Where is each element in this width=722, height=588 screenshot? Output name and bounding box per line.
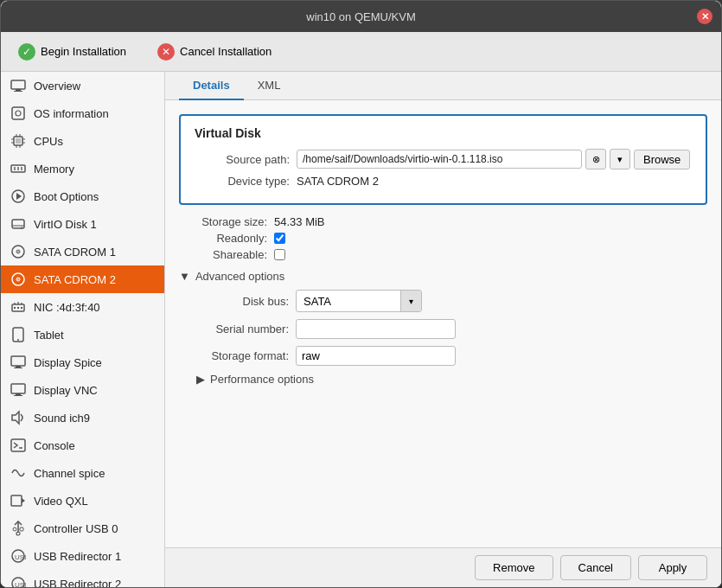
storage-format-row: Storage format: bbox=[179, 346, 707, 366]
source-path-input[interactable] bbox=[297, 150, 582, 169]
svg-rect-42 bbox=[11, 384, 25, 393]
performance-options-header[interactable]: ▶ Performance options bbox=[179, 373, 707, 386]
sidebar-item-virtio-disk1[interactable]: VirtIO Disk 1 bbox=[1, 210, 164, 238]
close-button[interactable]: ✕ bbox=[697, 9, 712, 24]
checkmark-icon: ✓ bbox=[18, 43, 35, 61]
sidebar-item-console[interactable]: Console bbox=[1, 431, 164, 459]
readonly-checkbox[interactable] bbox=[274, 233, 285, 244]
nic-icon bbox=[10, 298, 27, 316]
sidebar-label-usb-redirector2: USB Redirector 2 bbox=[34, 578, 121, 588]
sidebar-item-channel-spice[interactable]: Channel spice bbox=[1, 459, 164, 487]
sidebar-item-tablet[interactable]: Tablet bbox=[1, 321, 164, 348]
usb-redir2-icon: USB bbox=[10, 575, 27, 587]
storage-size-label: Storage size: bbox=[179, 215, 274, 228]
disk-bus-value: SATA bbox=[297, 292, 400, 310]
disk-bus-select[interactable]: SATA ▾ bbox=[296, 290, 422, 312]
svg-marker-45 bbox=[12, 412, 19, 424]
svg-rect-1 bbox=[16, 89, 21, 91]
source-path-label: Source path: bbox=[195, 153, 290, 166]
tablet-icon bbox=[10, 326, 27, 343]
source-path-input-row: ⊗ ▾ Browse bbox=[297, 149, 690, 169]
sidebar-label-sata-cdrom1: SATA CDROM 1 bbox=[34, 246, 116, 259]
serial-number-input[interactable] bbox=[296, 319, 456, 339]
disk-bus-row: Disk bus: SATA ▾ bbox=[179, 290, 707, 312]
advanced-options-header[interactable]: ▼ Advanced options bbox=[179, 270, 707, 283]
main-window: win10 on QEMU/KVM ✕ ✓ Begin Installation… bbox=[0, 0, 722, 588]
clear-path-button[interactable]: ⊗ bbox=[585, 149, 606, 169]
shareable-label: Shareable: bbox=[179, 248, 274, 261]
storage-size-value: 54.33 MiB bbox=[274, 215, 325, 228]
sidebar-item-sata-cdrom1[interactable]: SATA CDROM 1 bbox=[1, 238, 164, 265]
disk-bus-dropdown-arrow[interactable]: ▾ bbox=[400, 291, 421, 311]
sidebar-label-virtio-disk1: VirtIO Disk 1 bbox=[34, 218, 97, 231]
sidebar-item-controller-usb0[interactable]: Controller USB 0 bbox=[1, 514, 164, 542]
channel-icon bbox=[10, 464, 27, 482]
sidebar-label-channel-spice: Channel spice bbox=[34, 467, 105, 480]
disk-bus-label: Disk bus: bbox=[196, 295, 296, 308]
svg-rect-41 bbox=[14, 368, 22, 368]
serial-number-label: Serial number: bbox=[196, 323, 296, 336]
svg-rect-0 bbox=[11, 80, 25, 89]
sidebar: Overview OS information CPUs Memory bbox=[1, 72, 165, 587]
device-type-label: Device type: bbox=[195, 175, 290, 188]
svg-marker-20 bbox=[16, 193, 22, 200]
shareable-checkbox[interactable] bbox=[274, 249, 285, 260]
sidebar-item-memory[interactable]: Memory bbox=[1, 155, 164, 182]
storage-format-label: Storage format: bbox=[196, 349, 296, 362]
apply-button[interactable]: Apply bbox=[638, 555, 707, 580]
dropdown-path-button[interactable]: ▾ bbox=[610, 149, 630, 169]
sidebar-item-usb-redirector2[interactable]: USB USB Redirector 2 bbox=[1, 570, 164, 587]
tab-details[interactable]: Details bbox=[179, 72, 244, 100]
cancel-installation-button[interactable]: ✕ Cancel Installation bbox=[150, 40, 278, 64]
sidebar-label-usb-redirector1: USB Redirector 1 bbox=[34, 550, 121, 563]
sidebar-item-video-qxl[interactable]: Video QXL bbox=[1, 487, 164, 514]
svg-point-38 bbox=[17, 339, 19, 341]
perf-chevron-icon: ▶ bbox=[196, 373, 205, 386]
sidebar-label-tablet: Tablet bbox=[34, 329, 64, 342]
sidebar-label-boot-options: Boot Options bbox=[34, 190, 99, 203]
browse-button[interactable]: Browse bbox=[634, 150, 690, 169]
svg-rect-3 bbox=[12, 107, 24, 119]
sidebar-label-cpus: CPUs bbox=[34, 135, 63, 148]
sidebar-label-memory: Memory bbox=[34, 163, 74, 176]
sidebar-label-display-spice: Display Spice bbox=[34, 356, 102, 369]
sidebar-item-display-vnc[interactable]: Display VNC bbox=[1, 376, 164, 404]
sidebar-label-sound: Sound ich9 bbox=[34, 412, 90, 425]
storage-format-input[interactable] bbox=[296, 346, 456, 366]
sidebar-item-boot-options[interactable]: Boot Options bbox=[1, 182, 164, 210]
sidebar-item-sound-ich9[interactable]: Sound ich9 bbox=[1, 404, 164, 431]
sidebar-item-nic[interactable]: NIC :4d:3f:40 bbox=[1, 293, 164, 321]
begin-installation-button[interactable]: ✓ Begin Installation bbox=[11, 40, 133, 64]
sidebar-item-sata-cdrom2[interactable]: SATA CDROM 2 bbox=[1, 265, 164, 293]
remove-button[interactable]: Remove bbox=[475, 555, 553, 580]
toolbar: ✓ Begin Installation ✕ Cancel Installati… bbox=[1, 32, 721, 72]
svg-marker-49 bbox=[22, 498, 25, 503]
sidebar-label-nic: NIC :4d:3f:40 bbox=[34, 301, 100, 314]
sidebar-item-os-info[interactable]: OS information bbox=[1, 99, 164, 127]
performance-options-label: Performance options bbox=[210, 373, 314, 386]
console-icon bbox=[10, 437, 27, 454]
tab-xml[interactable]: XML bbox=[244, 72, 295, 100]
content-area: Overview OS information CPUs Memory bbox=[1, 72, 721, 587]
sidebar-item-overview[interactable]: Overview bbox=[1, 72, 164, 99]
svg-rect-35 bbox=[17, 307, 19, 309]
svg-rect-17 bbox=[17, 167, 19, 170]
usb-icon bbox=[10, 520, 27, 537]
readonly-row: Readonly: bbox=[179, 232, 707, 245]
serial-number-row: Serial number: bbox=[179, 319, 707, 339]
sidebar-item-cpus[interactable]: CPUs bbox=[1, 127, 164, 155]
cpu-icon bbox=[10, 132, 27, 150]
cancel-button[interactable]: Cancel bbox=[560, 555, 631, 580]
sidebar-item-display-spice[interactable]: Display Spice bbox=[1, 348, 164, 376]
svg-point-29 bbox=[17, 278, 19, 280]
usb-redir1-icon: USB bbox=[10, 547, 27, 565]
svg-rect-16 bbox=[14, 167, 16, 170]
display-spice-icon bbox=[10, 354, 27, 371]
svg-point-23 bbox=[21, 227, 22, 229]
svg-rect-39 bbox=[11, 356, 25, 366]
cdrom-active-icon bbox=[10, 271, 27, 288]
monitor-icon bbox=[10, 77, 27, 94]
sidebar-item-usb-redirector1[interactable]: USB USB Redirector 1 bbox=[1, 542, 164, 570]
panel-content: Virtual Disk Source path: ⊗ ▾ Browse Dev… bbox=[165, 100, 721, 547]
svg-text:USB: USB bbox=[15, 581, 26, 587]
